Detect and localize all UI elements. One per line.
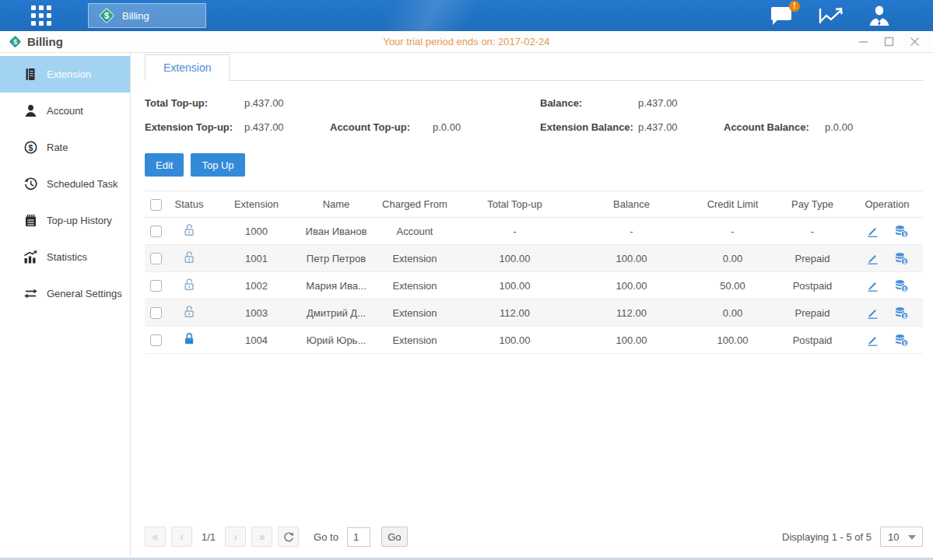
sidebar-item-account[interactable]: Account xyxy=(0,93,130,129)
bar-chart-icon xyxy=(23,250,37,264)
col-header-name: Name xyxy=(301,191,371,218)
pagination-bar: « ‹ 1/1 › » Go to Go Displaying 1 - 5 of… xyxy=(145,518,923,555)
sidebar-item-label: Account xyxy=(47,105,83,117)
cell-total-topup: 112.00 xyxy=(458,299,571,327)
col-header-total-topup: Total Top-up xyxy=(458,191,571,218)
col-header-credit-limit: Credit Limit xyxy=(692,191,773,218)
edit-pencil-icon[interactable] xyxy=(866,306,879,320)
select-all-checkbox[interactable] xyxy=(150,199,162,211)
row-checkbox[interactable] xyxy=(150,226,162,237)
refresh-icon[interactable] xyxy=(278,527,299,547)
cell-pay-type: Prepaid xyxy=(773,245,851,272)
edit-pencil-icon[interactable] xyxy=(866,225,879,238)
col-header-charged-from: Charged From xyxy=(371,191,458,218)
topup-coins-icon[interactable]: $ xyxy=(894,252,909,265)
cell-balance: - xyxy=(571,218,692,245)
top-up-button[interactable]: Top Up xyxy=(191,153,244,177)
maximize-icon[interactable] xyxy=(884,37,894,47)
cell-charged-from: Extension xyxy=(371,299,458,327)
minimize-icon[interactable] xyxy=(858,37,868,47)
topup-coins-icon[interactable]: $ xyxy=(894,279,909,292)
go-button[interactable]: Go xyxy=(381,527,408,547)
cell-balance: 100.00 xyxy=(571,245,692,272)
displaying-summary: Displaying 1 - 5 of 5 xyxy=(782,531,872,543)
sidebar-item-topup-history[interactable]: Top-up History xyxy=(0,202,130,239)
close-icon[interactable] xyxy=(910,37,920,47)
user-icon[interactable] xyxy=(868,5,890,26)
sidebar: Extension Account $ Rate xyxy=(0,53,131,558)
table-row: 1001 Петр Петров Extension 100.00 100.00… xyxy=(145,245,923,272)
last-page-button[interactable]: » xyxy=(251,527,272,547)
sidebar-item-extension[interactable]: Extension xyxy=(0,56,130,93)
row-checkbox[interactable] xyxy=(150,307,162,319)
person-icon xyxy=(23,104,37,117)
cell-pay-type: Postpaid xyxy=(773,327,851,354)
trial-period-message: Your trial period ends on: 2017-02-24 xyxy=(0,36,933,47)
cell-total-topup: 100.00 xyxy=(458,327,571,354)
cell-credit-limit: - xyxy=(692,218,773,245)
extension-balance-value: p.437.00 xyxy=(638,121,724,133)
swap-arrows-icon xyxy=(23,287,37,300)
svg-text:$: $ xyxy=(903,285,906,292)
cell-credit-limit: 50.00 xyxy=(692,272,773,299)
sidebar-item-label: Extension xyxy=(47,68,91,80)
col-header-balance: Balance xyxy=(571,191,692,218)
messages-icon[interactable]: ! xyxy=(770,5,793,26)
cell-name: Юрий Юрь... xyxy=(301,327,371,354)
taskbar-tab-label: Billing xyxy=(122,10,149,22)
goto-label: Go to xyxy=(314,531,338,543)
sidebar-item-rate[interactable]: $ Rate xyxy=(0,129,130,166)
cell-credit-limit: 0.00 xyxy=(692,245,773,272)
svg-text:$: $ xyxy=(903,231,906,237)
sidebar-item-general-settings[interactable]: General Settings xyxy=(0,275,130,312)
main-content: Extension Total Top-up: p.437.00 Extensi… xyxy=(131,53,933,558)
billing-diamond-icon: $ xyxy=(98,7,115,24)
cell-name: Мария Ива... xyxy=(301,272,371,299)
extensions-table: Status Extension Name Charged From Total… xyxy=(145,191,923,354)
chevron-down-icon xyxy=(908,535,916,540)
locked-lock-icon xyxy=(183,332,195,345)
dollar-circle-icon: $ xyxy=(23,141,37,154)
topup-coins-icon[interactable]: $ xyxy=(894,334,909,347)
table-row: 1004 Юрий Юрь... Extension 100.00 100.00… xyxy=(145,327,923,354)
row-checkbox[interactable] xyxy=(150,334,162,346)
clock-history-icon xyxy=(23,177,37,191)
topup-coins-icon[interactable]: $ xyxy=(894,306,909,320)
page-size-value: 10 xyxy=(888,531,899,543)
edit-pencil-icon[interactable] xyxy=(866,279,879,292)
cell-balance: 100.00 xyxy=(571,327,692,354)
goto-page-input[interactable] xyxy=(347,527,370,547)
sidebar-item-label: Rate xyxy=(47,142,68,153)
cell-extension: 1003 xyxy=(212,299,301,327)
col-header-extension: Extension xyxy=(212,191,301,218)
tab-extension[interactable]: Extension xyxy=(145,54,230,81)
taskbar-tab-billing[interactable]: $ Billing xyxy=(88,3,206,28)
first-page-button[interactable]: « xyxy=(145,527,166,547)
cell-name: Дмитрий Д... xyxy=(301,299,371,327)
row-checkbox[interactable] xyxy=(150,280,162,292)
unlocked-lock-icon xyxy=(183,250,195,264)
apps-grid-icon[interactable] xyxy=(29,3,54,28)
cell-charged-from: Extension xyxy=(371,245,458,272)
cell-name: Иван Иванов xyxy=(301,218,371,245)
extension-topup-label: Extension Top-up: xyxy=(145,121,244,133)
edit-pencil-icon[interactable] xyxy=(866,334,879,347)
col-header-status: Status xyxy=(167,191,212,218)
cell-charged-from: Extension xyxy=(371,327,458,354)
tab-bar: Extension xyxy=(145,54,923,81)
topup-coins-icon[interactable]: $ xyxy=(894,225,909,238)
cell-charged-from: Account xyxy=(371,218,458,245)
table-header-row: Status Extension Name Charged From Total… xyxy=(145,191,923,218)
svg-text:$: $ xyxy=(28,143,33,152)
edit-pencil-icon[interactable] xyxy=(866,252,879,265)
page-size-select[interactable]: 10 xyxy=(880,527,923,547)
row-checkbox[interactable] xyxy=(150,253,162,264)
edit-button[interactable]: Edit xyxy=(145,153,184,177)
svg-text:$: $ xyxy=(903,258,906,264)
next-page-button[interactable]: › xyxy=(225,527,246,547)
prev-page-button[interactable]: ‹ xyxy=(171,527,192,547)
statistics-chart-icon[interactable] xyxy=(819,5,843,26)
sidebar-item-statistics[interactable]: Statistics xyxy=(0,239,130,275)
sidebar-item-scheduled-task[interactable]: Scheduled Task xyxy=(0,166,130,202)
top-system-bar: $ Billing ! xyxy=(0,0,933,31)
